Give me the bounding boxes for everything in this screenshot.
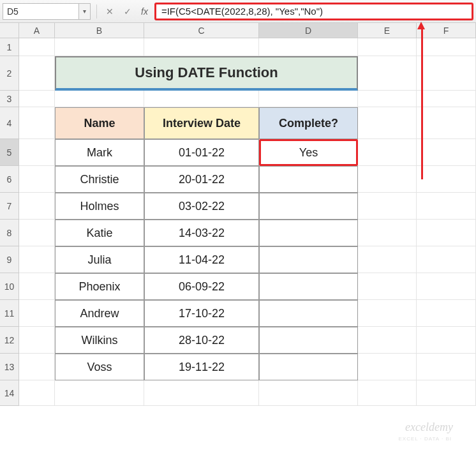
- row-header-13[interactable]: 13: [0, 354, 19, 380]
- row-header-10[interactable]: 10: [0, 273, 19, 300]
- cell-A7[interactable]: [19, 193, 55, 220]
- cell-date-7[interactable]: 03-02-22: [144, 193, 259, 220]
- cell-date-6[interactable]: 20-01-22: [144, 166, 259, 193]
- cell-E5[interactable]: [358, 139, 417, 166]
- cell-complete-10[interactable]: [259, 273, 358, 300]
- cell-B3[interactable]: [55, 91, 144, 107]
- select-all-corner[interactable]: [0, 23, 19, 38]
- cell-complete-13[interactable]: [259, 354, 358, 380]
- cancel-icon[interactable]: ✕: [103, 4, 117, 19]
- cell-complete-5[interactable]: Yes: [259, 139, 358, 166]
- cell-F8[interactable]: [417, 220, 476, 246]
- cell-F7[interactable]: [417, 193, 476, 220]
- cell-F1[interactable]: [417, 38, 476, 56]
- cell-complete-6[interactable]: [259, 166, 358, 193]
- header-name[interactable]: Name: [55, 107, 144, 139]
- cell-E8[interactable]: [358, 220, 417, 246]
- cell-name-6[interactable]: Christie: [55, 166, 144, 193]
- row-header-4[interactable]: 4: [0, 107, 19, 139]
- row-header-5[interactable]: 5: [0, 139, 19, 166]
- cell-date-10[interactable]: 06-09-22: [144, 273, 259, 300]
- cell-A10[interactable]: [19, 273, 55, 300]
- cell-F5[interactable]: [417, 139, 476, 166]
- row-header-9[interactable]: 9: [0, 246, 19, 273]
- col-header-B[interactable]: B: [55, 23, 144, 38]
- cell-date-11[interactable]: 17-10-22: [144, 300, 259, 327]
- cell-F9[interactable]: [417, 246, 476, 273]
- cell-A4[interactable]: [19, 107, 55, 139]
- cell-A12[interactable]: [19, 327, 55, 354]
- cell-F14[interactable]: [417, 380, 476, 406]
- cell-E9[interactable]: [358, 246, 417, 273]
- cell-E11[interactable]: [358, 300, 417, 327]
- cell-D14[interactable]: [259, 380, 358, 406]
- cell-complete-9[interactable]: [259, 246, 358, 273]
- cell-date-9[interactable]: 11-04-22: [144, 246, 259, 273]
- col-header-A[interactable]: A: [19, 23, 55, 38]
- cell-C3[interactable]: [144, 91, 259, 107]
- formula-bar[interactable]: =IF(C5<DATE(2022,8,28), "Yes","No"): [154, 3, 473, 20]
- cell-F13[interactable]: [417, 354, 476, 380]
- cell-F11[interactable]: [417, 300, 476, 327]
- cell-A5[interactable]: [19, 139, 55, 166]
- header-interview-date[interactable]: Interview Date: [144, 107, 259, 139]
- cell-D1[interactable]: [259, 38, 358, 56]
- cell-complete-7[interactable]: [259, 193, 358, 220]
- cell-date-5[interactable]: 01-01-22: [144, 139, 259, 166]
- cell-A8[interactable]: [19, 220, 55, 246]
- cell-name-5[interactable]: Mark: [55, 139, 144, 166]
- cell-name-10[interactable]: Phoenix: [55, 273, 144, 300]
- cell-name-9[interactable]: Julia: [55, 246, 144, 273]
- cell-B1[interactable]: [55, 38, 144, 56]
- cell-E4[interactable]: [358, 107, 417, 139]
- cell-date-8[interactable]: 14-03-22: [144, 220, 259, 246]
- row-header-6[interactable]: 6: [0, 166, 19, 193]
- cell-A1[interactable]: [19, 38, 55, 56]
- cell-F12[interactable]: [417, 327, 476, 354]
- col-header-F[interactable]: F: [417, 23, 476, 38]
- cell-name-12[interactable]: Wilkins: [55, 327, 144, 354]
- fx-icon[interactable]: fx: [141, 6, 148, 17]
- cell-E7[interactable]: [358, 193, 417, 220]
- cell-A11[interactable]: [19, 300, 55, 327]
- cell-E1[interactable]: [358, 38, 417, 56]
- cell-date-12[interactable]: 28-10-22: [144, 327, 259, 354]
- cell-name-8[interactable]: Katie: [55, 220, 144, 246]
- cell-E13[interactable]: [358, 354, 417, 380]
- name-box-dropdown[interactable]: ▾: [79, 3, 91, 20]
- cell-E12[interactable]: [358, 327, 417, 354]
- title-cell[interactable]: Using DATE Function: [55, 56, 358, 91]
- row-header-12[interactable]: 12: [0, 327, 19, 354]
- cell-name-11[interactable]: Andrew: [55, 300, 144, 327]
- cell-complete-8[interactable]: [259, 220, 358, 246]
- cell-name-13[interactable]: Voss: [55, 354, 144, 380]
- cell-A2[interactable]: [19, 56, 55, 91]
- cell-date-13[interactable]: 19-11-22: [144, 354, 259, 380]
- row-header-14[interactable]: 14: [0, 380, 19, 406]
- cell-A13[interactable]: [19, 354, 55, 380]
- cell-B14[interactable]: [55, 380, 144, 406]
- cell-A6[interactable]: [19, 166, 55, 193]
- cell-F10[interactable]: [417, 273, 476, 300]
- cell-A3[interactable]: [19, 91, 55, 107]
- cell-E14[interactable]: [358, 380, 417, 406]
- row-header-11[interactable]: 11: [0, 300, 19, 327]
- row-header-2[interactable]: 2: [0, 56, 19, 91]
- cell-F3[interactable]: [417, 91, 476, 107]
- cell-C14[interactable]: [144, 380, 259, 406]
- cell-E3[interactable]: [358, 91, 417, 107]
- cell-A14[interactable]: [19, 380, 55, 406]
- col-header-C[interactable]: C: [144, 23, 259, 38]
- col-header-E[interactable]: E: [358, 23, 417, 38]
- cell-E6[interactable]: [358, 166, 417, 193]
- enter-icon[interactable]: ✓: [121, 4, 135, 19]
- cell-E2[interactable]: [358, 56, 417, 91]
- cell-complete-11[interactable]: [259, 300, 358, 327]
- cell-F6[interactable]: [417, 166, 476, 193]
- row-header-3[interactable]: 3: [0, 91, 19, 107]
- cell-C1[interactable]: [144, 38, 259, 56]
- cell-F4[interactable]: [417, 107, 476, 139]
- row-header-7[interactable]: 7: [0, 193, 19, 220]
- cell-complete-12[interactable]: [259, 327, 358, 354]
- cell-E10[interactable]: [358, 273, 417, 300]
